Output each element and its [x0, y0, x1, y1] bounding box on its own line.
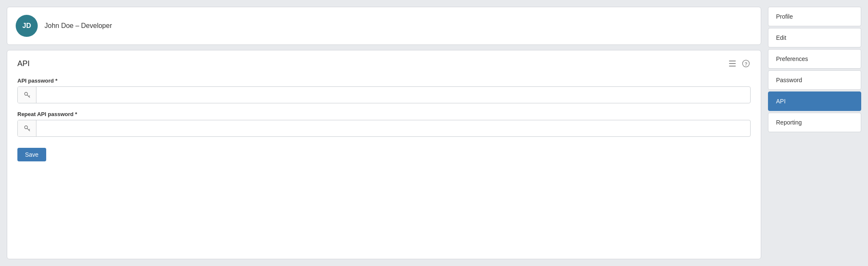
api-password-group: API password *: [17, 78, 751, 103]
list-icon[interactable]: [728, 59, 737, 68]
api-card-header: API ?: [17, 59, 751, 68]
sidebar-item-api[interactable]: API: [768, 91, 861, 111]
sidebar-item-preferences-label: Preferences: [776, 55, 808, 62]
sidebar-item-profile[interactable]: Profile: [768, 7, 861, 26]
repeat-api-password-group: Repeat API password *: [17, 111, 751, 137]
api-card: API ? API p: [7, 50, 761, 259]
profile-card: JD John Doe – Developer: [7, 7, 761, 45]
api-password-input[interactable]: [36, 87, 750, 103]
key-icon: [18, 87, 36, 103]
sidebar: Profile Edit Preferences Password API Re…: [768, 7, 861, 259]
svg-rect-2: [729, 66, 736, 66]
svg-rect-1: [729, 63, 736, 64]
api-password-input-wrapper: [17, 86, 751, 103]
api-card-icons: ?: [728, 59, 751, 68]
api-password-label: API password *: [17, 78, 751, 84]
sidebar-item-reporting[interactable]: Reporting: [768, 113, 861, 132]
sidebar-item-password[interactable]: Password: [768, 70, 861, 90]
save-button[interactable]: Save: [17, 148, 46, 161]
svg-line-7: [29, 96, 30, 97]
api-card-title: API: [17, 59, 30, 68]
repeat-api-password-input-wrapper: [17, 120, 751, 137]
profile-name: John Doe – Developer: [45, 22, 112, 30]
avatar: JD: [16, 15, 38, 37]
avatar-initials: JD: [22, 22, 31, 30]
main-content: JD John Doe – Developer API ?: [7, 7, 761, 259]
sidebar-item-api-label: API: [776, 98, 786, 105]
sidebar-item-reporting-label: Reporting: [776, 119, 802, 126]
sidebar-item-password-label: Password: [776, 77, 802, 83]
svg-text:?: ?: [745, 61, 748, 66]
help-icon[interactable]: ?: [741, 59, 751, 68]
sidebar-item-preferences[interactable]: Preferences: [768, 49, 861, 69]
sidebar-item-edit-label: Edit: [776, 34, 786, 41]
sidebar-item-profile-label: Profile: [776, 13, 793, 20]
repeat-api-password-label: Repeat API password *: [17, 111, 751, 117]
key-icon-2: [18, 120, 36, 136]
svg-rect-0: [729, 61, 736, 61]
svg-line-10: [29, 129, 30, 130]
sidebar-item-edit[interactable]: Edit: [768, 28, 861, 47]
repeat-api-password-input[interactable]: [36, 120, 750, 136]
